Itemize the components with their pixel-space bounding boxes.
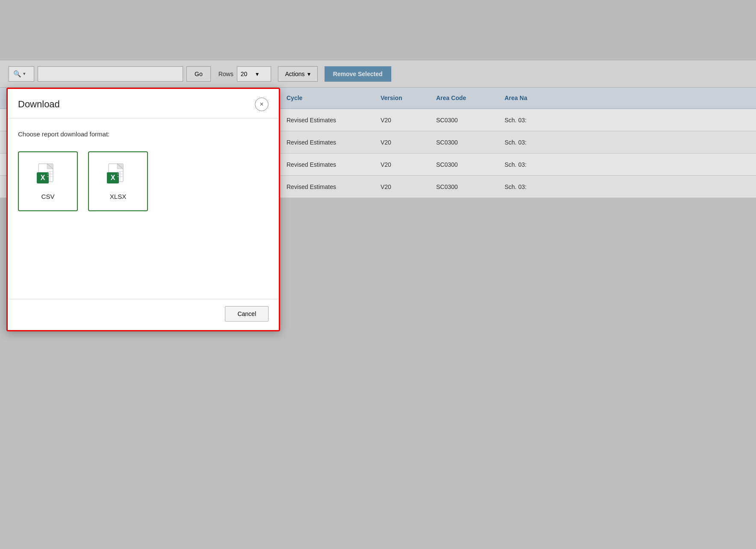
csv-format-button[interactable]: X CSV xyxy=(18,151,78,211)
dialog-footer: Cancel xyxy=(8,299,279,330)
csv-label: CSV xyxy=(41,193,55,200)
modal-overlay: Download × Choose report download format… xyxy=(0,0,756,549)
svg-text:X: X xyxy=(41,174,45,181)
close-button[interactable]: × xyxy=(255,97,269,111)
xlsx-format-button[interactable]: X XLSX xyxy=(88,151,148,211)
dialog-body: Choose report download format: X xyxy=(8,118,279,299)
dialog-prompt: Choose report download format: xyxy=(18,130,269,138)
xlsx-label: XLSX xyxy=(110,193,126,200)
format-buttons: X CSV xyxy=(18,151,269,211)
cancel-button[interactable]: Cancel xyxy=(225,306,269,322)
dialog-header: Download × xyxy=(8,89,279,118)
dialog-title: Download xyxy=(18,99,60,110)
download-dialog: Download × Choose report download format… xyxy=(6,88,280,331)
xlsx-icon: X xyxy=(105,163,131,189)
csv-icon: X xyxy=(35,163,61,189)
svg-text:X: X xyxy=(111,174,115,181)
